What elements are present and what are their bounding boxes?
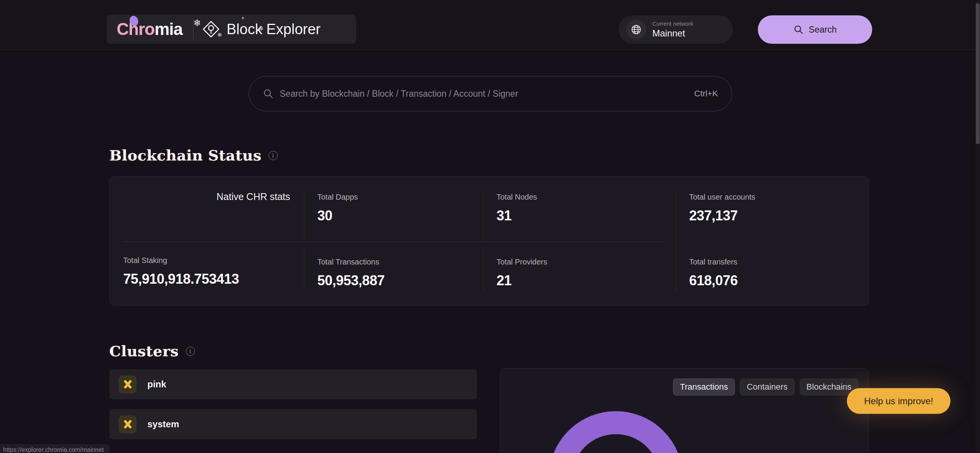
current-network-label: Current network bbox=[652, 20, 693, 27]
cluster-item-system[interactable]: system bbox=[109, 409, 477, 439]
cluster-name: system bbox=[147, 419, 179, 430]
current-network-value: Mainnet bbox=[652, 28, 693, 39]
snowflake-icon: ❄ bbox=[217, 31, 222, 38]
tab-containers[interactable]: Containers bbox=[740, 379, 794, 395]
cluster-list: pink system bbox=[109, 369, 477, 449]
cluster-icon bbox=[119, 415, 137, 433]
help-us-improve-button[interactable]: Help us improve! bbox=[847, 388, 950, 414]
globe-icon bbox=[626, 20, 646, 40]
tab-transactions[interactable]: Transactions bbox=[673, 379, 735, 395]
info-icon[interactable]: i bbox=[269, 151, 278, 160]
blockchain-status-heading: Blockchain Status i bbox=[109, 147, 278, 164]
column-divider bbox=[304, 250, 304, 291]
logo[interactable]: Chromia ❄ ❄ ❄ Block Explorer bbox=[107, 15, 356, 44]
native-chr-stats-cell: Native CHR stats Total Staking 75,910,91… bbox=[110, 177, 304, 305]
cluster-item-pink[interactable]: pink bbox=[109, 369, 477, 399]
header: Chromia ❄ ❄ ❄ Block Explorer Cu bbox=[0, 0, 980, 50]
stat-total-transfers: Total transfers 618,076 bbox=[676, 241, 869, 305]
search-button[interactable]: Search bbox=[758, 15, 872, 44]
overview-tabs: Transactions Containers Blockchains bbox=[673, 379, 858, 395]
dot-decoration bbox=[242, 17, 244, 19]
row-divider bbox=[123, 241, 662, 242]
cluster-name: pink bbox=[147, 379, 166, 390]
blockchain-status-panel: Total Dapps 30 Total Nodes 31 Total user… bbox=[109, 176, 869, 306]
clusters-heading: Clusters i bbox=[109, 342, 195, 360]
global-search-bar[interactable]: Ctrl+K bbox=[249, 76, 732, 111]
native-chr-stats-title: Native CHR stats bbox=[123, 191, 290, 202]
app-title: Block Explorer bbox=[226, 21, 320, 38]
search-shortcut-hint: Ctrl+K bbox=[694, 89, 718, 99]
network-selector[interactable]: Current network Mainnet bbox=[619, 15, 733, 44]
overview-chart-panel: Transactions Containers Blockchains bbox=[500, 368, 869, 453]
snowflake-icon: ❄ bbox=[193, 18, 201, 28]
chromia-wordmark: Chromia bbox=[117, 20, 182, 39]
stat-total-providers: Total Providers 21 bbox=[483, 241, 676, 305]
stat-total-staking: Total Staking 75,910,918.753413 bbox=[123, 256, 239, 287]
search-icon bbox=[263, 88, 274, 99]
info-icon[interactable]: i bbox=[186, 347, 195, 356]
column-divider bbox=[304, 192, 304, 241]
column-divider bbox=[483, 250, 483, 291]
section-title: Clusters bbox=[109, 342, 179, 360]
stat-total-transactions: Total Transactions 50,953,887 bbox=[304, 241, 483, 305]
search-icon bbox=[794, 25, 803, 35]
scrollbar-track[interactable] bbox=[975, 0, 980, 453]
cluster-icon bbox=[119, 375, 137, 393]
brand-text-white: mia bbox=[155, 20, 183, 38]
stat-total-user-accounts: Total user accounts 237,137 bbox=[676, 177, 869, 241]
stat-total-dapps: Total Dapps 30 bbox=[304, 177, 483, 241]
stat-total-nodes: Total Nodes 31 bbox=[483, 177, 676, 241]
snowflake-icon: ❄ bbox=[259, 25, 264, 32]
link-preview-statusbar: https://explorer.chromia.com/mainnet bbox=[0, 444, 110, 453]
column-divider bbox=[483, 192, 483, 241]
search-button-label: Search bbox=[809, 25, 837, 35]
search-input[interactable] bbox=[280, 89, 694, 99]
donut-chart bbox=[549, 411, 683, 453]
column-divider bbox=[676, 192, 676, 291]
section-title: Blockchain Status bbox=[109, 147, 262, 164]
scrollbar-thumb[interactable] bbox=[976, 3, 980, 144]
